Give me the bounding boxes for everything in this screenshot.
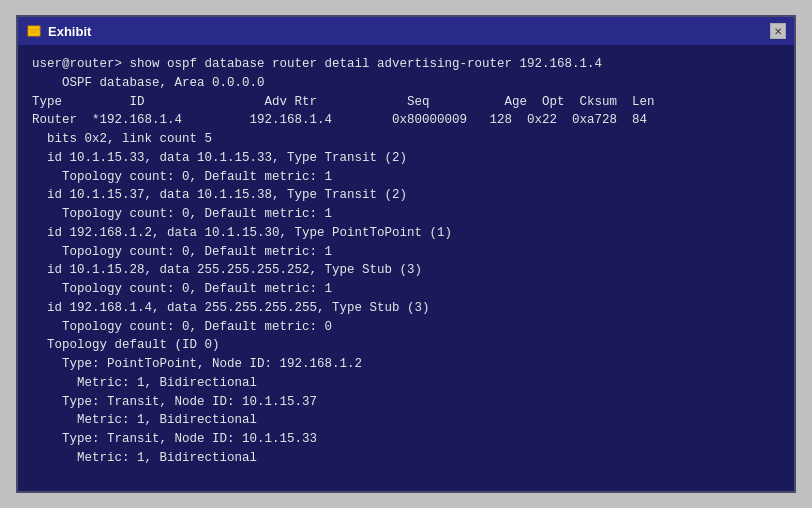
- terminal-line: Topology count: 0, Default metric: 1: [32, 280, 780, 299]
- terminal-line: Metric: 1, Bidirectional: [32, 374, 780, 393]
- terminal-line: bits 0x2, link count 5: [32, 130, 780, 149]
- terminal-line: user@router> show ospf database router d…: [32, 55, 780, 74]
- terminal-line: Type ID Adv Rtr Seq Age Opt Cksum Len: [32, 93, 780, 112]
- terminal-line: Metric: 1, Bidirectional: [32, 449, 780, 468]
- exhibit-window: Exhibit ✕ user@router> show ospf databas…: [16, 15, 796, 493]
- terminal-line: Topology count: 0, Default metric: 1: [32, 243, 780, 262]
- terminal-line: id 192.168.1.2, data 10.1.15.30, Type Po…: [32, 224, 780, 243]
- terminal-line: id 10.1.15.28, data 255.255.255.252, Typ…: [32, 261, 780, 280]
- terminal-line: OSPF database, Area 0.0.0.0: [32, 74, 780, 93]
- terminal-line: Topology count: 0, Default metric: 0: [32, 318, 780, 337]
- terminal-line: Router *192.168.1.4 192.168.1.4 0x800000…: [32, 111, 780, 130]
- terminal-line: Topology count: 0, Default metric: 1: [32, 168, 780, 187]
- title-bar-left: Exhibit: [26, 23, 91, 39]
- terminal-line: id 192.168.1.4, data 255.255.255.255, Ty…: [32, 299, 780, 318]
- title-bar: Exhibit ✕: [18, 17, 794, 45]
- terminal-line: id 10.1.15.33, data 10.1.15.33, Type Tra…: [32, 149, 780, 168]
- terminal-line: id 10.1.15.37, data 10.1.15.38, Type Tra…: [32, 186, 780, 205]
- terminal-line: Metric: 1, Bidirectional: [32, 411, 780, 430]
- close-button[interactable]: ✕: [770, 23, 786, 39]
- terminal-line: Topology default (ID 0): [32, 336, 780, 355]
- exhibit-icon: [26, 23, 42, 39]
- window-title: Exhibit: [48, 24, 91, 39]
- terminal-line: Type: Transit, Node ID: 10.1.15.37: [32, 393, 780, 412]
- terminal-output: user@router> show ospf database router d…: [18, 45, 794, 491]
- terminal-line: Type: PointToPoint, Node ID: 192.168.1.2: [32, 355, 780, 374]
- terminal-line: Type: Transit, Node ID: 10.1.15.33: [32, 430, 780, 449]
- terminal-line: Topology count: 0, Default metric: 1: [32, 205, 780, 224]
